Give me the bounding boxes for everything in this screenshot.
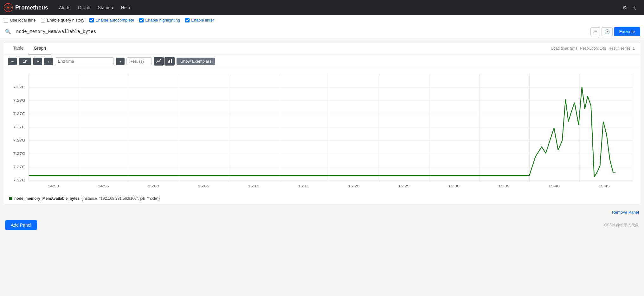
tab-bar: Table Graph Load time: 9ms Resolution: 1… <box>4 42 640 54</box>
tab-graph[interactable]: Graph <box>29 42 51 54</box>
zoom-out-button[interactable]: − <box>8 58 17 65</box>
load-time-info: Load time: 9ms <box>550 46 579 51</box>
svg-rect-10 <box>29 74 632 182</box>
option-linter: Enable linter <box>185 18 214 22</box>
svg-text:7.27G: 7.27G <box>13 165 26 169</box>
svg-rect-7 <box>168 61 169 63</box>
query-history-label[interactable]: Enable query history <box>47 18 85 22</box>
nav-graph[interactable]: Graph <box>75 3 93 12</box>
svg-text:15:00: 15:00 <box>148 184 159 188</box>
options-bar: Use local time Enable query history Enab… <box>0 15 644 25</box>
legend-metric-name: node_memory_MemAvailable_bytes <box>14 196 80 201</box>
theme-toggle-button[interactable]: ☾ <box>631 3 640 12</box>
add-panel-button[interactable]: Add Panel <box>5 220 37 230</box>
option-query-history: Enable query history <box>41 18 85 22</box>
svg-text:15:45: 15:45 <box>598 184 610 188</box>
highlighting-label[interactable]: Enable highlighting <box>145 18 180 22</box>
next-time-button[interactable]: › <box>116 58 125 65</box>
nav-help[interactable]: Help <box>118 3 133 12</box>
svg-text:15:10: 15:10 <box>248 184 259 188</box>
svg-text:7.27G: 7.27G <box>13 178 26 182</box>
result-series-info: Result series: 1 <box>607 46 636 51</box>
main-nav: Alerts Graph Status Help <box>56 5 133 10</box>
history-button[interactable]: 🕐 <box>602 27 613 36</box>
svg-rect-8 <box>169 60 170 63</box>
end-time-input[interactable] <box>55 57 114 65</box>
linter-label[interactable]: Enable linter <box>191 18 214 22</box>
svg-point-2 <box>7 7 9 9</box>
prev-time-button[interactable]: ‹ <box>44 58 53 65</box>
svg-text:14:55: 14:55 <box>98 184 109 188</box>
resolution-input[interactable] <box>126 57 152 65</box>
use-local-time-label[interactable]: Use local time <box>10 18 36 22</box>
svg-text:7.27G: 7.27G <box>13 112 26 116</box>
resolution-info: Resolution: 14s <box>579 46 608 51</box>
svg-text:15:30: 15:30 <box>448 184 460 188</box>
search-input[interactable] <box>15 28 588 35</box>
legend-metric-labels: {instance="192.168.231.56:9100", job="no… <box>81 196 160 201</box>
execute-button[interactable]: Execute <box>614 27 640 36</box>
use-local-time-checkbox[interactable] <box>4 18 8 22</box>
option-highlighting: Enable highlighting <box>139 18 180 22</box>
chart-legend: node_memory_MemAvailable_bytes {instance… <box>4 194 640 205</box>
nav-status[interactable]: Status <box>95 3 117 12</box>
duration-display: 1h <box>19 58 31 65</box>
navbar-icons: ⚙ ☾ <box>620 3 640 12</box>
option-autocomplete: Enable autocomplete <box>89 18 134 22</box>
prometheus-logo <box>4 3 13 12</box>
watermark: CSDN @单手入天象 <box>604 223 639 228</box>
autocomplete-checkbox[interactable] <box>89 18 94 22</box>
main-panel: Table Graph Load time: 9ms Resolution: 1… <box>4 42 640 205</box>
chart-svg: 7.27G 7.27G 7.27G 7.27G 7.27G 7.27G 7.27… <box>4 71 636 191</box>
autocomplete-label[interactable]: Enable autocomplete <box>95 18 134 22</box>
line-chart-button[interactable] <box>154 57 164 66</box>
navbar: Prometheus Alerts Graph Status Help ⚙ ☾ <box>0 0 644 15</box>
search-bar: 🔍 ☰ 🕐 Execute <box>0 25 644 38</box>
search-icon: 🔍 <box>4 29 12 35</box>
svg-text:7.27G: 7.27G <box>13 138 26 142</box>
chart-type-buttons <box>154 57 175 66</box>
svg-text:15:25: 15:25 <box>398 184 409 188</box>
svg-text:15:35: 15:35 <box>498 184 510 188</box>
chart-area: 7.27G 7.27G 7.27G 7.27G 7.27G 7.27G 7.27… <box>4 68 640 194</box>
svg-text:15:05: 15:05 <box>198 184 209 188</box>
highlighting-checkbox[interactable] <box>139 18 144 22</box>
brand-name: Prometheus <box>15 4 48 11</box>
legend-color-swatch <box>9 197 12 200</box>
svg-text:7.27G: 7.27G <box>13 152 26 156</box>
linter-checkbox[interactable] <box>185 18 190 22</box>
remove-panel-link[interactable]: Remove Panel <box>0 209 644 216</box>
svg-text:15:40: 15:40 <box>548 184 560 188</box>
svg-text:15:20: 15:20 <box>348 184 359 188</box>
query-history-checkbox[interactable] <box>41 18 45 22</box>
zoom-in-button[interactable]: + <box>33 58 42 65</box>
page-footer: Add Panel CSDN @单手入天象 <box>0 217 644 233</box>
tab-table[interactable]: Table <box>8 42 29 54</box>
svg-text:15:15: 15:15 <box>298 184 309 188</box>
svg-rect-9 <box>171 59 172 63</box>
stacked-chart-button[interactable] <box>164 57 175 66</box>
option-use-local-time: Use local time <box>4 18 36 22</box>
show-exemplars-button[interactable]: Show Exemplars <box>177 58 215 65</box>
svg-text:14:50: 14:50 <box>48 184 59 188</box>
brand-link[interactable]: Prometheus <box>4 3 48 12</box>
list-view-button[interactable]: ☰ <box>590 27 600 36</box>
settings-button[interactable]: ⚙ <box>620 3 629 12</box>
remove-panel-container: Remove Panel <box>0 209 644 216</box>
svg-text:7.27G: 7.27G <box>13 125 26 129</box>
svg-text:7.27G: 7.27G <box>13 85 26 89</box>
search-actions: ☰ 🕐 Execute <box>590 27 640 36</box>
nav-alerts[interactable]: Alerts <box>56 3 74 12</box>
svg-text:7.27G: 7.27G <box>13 98 26 103</box>
graph-controls: − 1h + ‹ › Show Exemplars <box>4 54 640 68</box>
